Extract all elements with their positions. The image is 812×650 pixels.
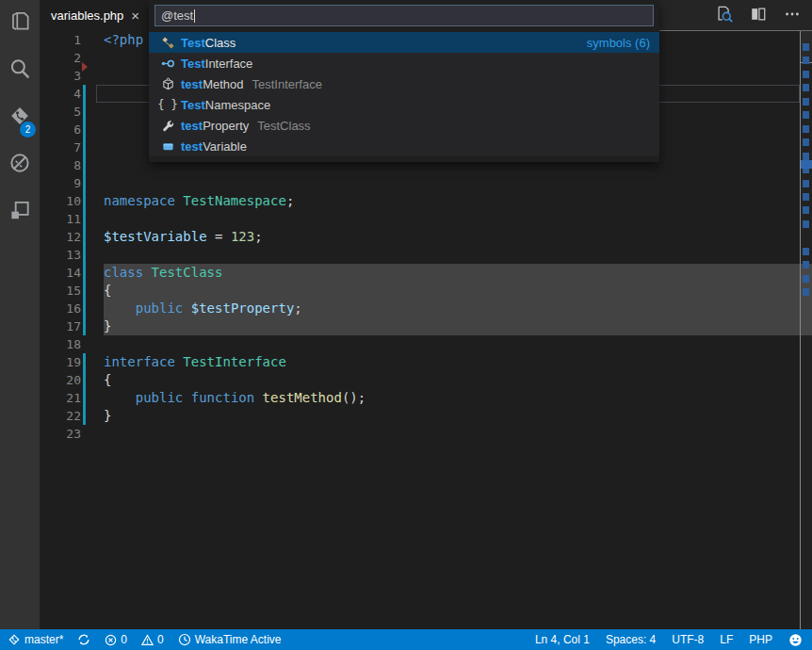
split-editor-icon <box>750 6 767 26</box>
ruler-modified-mark <box>803 248 809 255</box>
status-warnings[interactable]: 0 <box>141 633 164 646</box>
code-line-15[interactable]: 15{ <box>40 282 800 300</box>
code-line-20[interactable]: 20{ <box>40 371 800 389</box>
ruler-modified-mark <box>803 125 809 133</box>
extensions-icon <box>8 198 32 226</box>
code-line-18[interactable]: 18 <box>40 335 800 353</box>
gutter <box>81 389 89 407</box>
status-encoding[interactable]: UTF-8 <box>672 633 704 646</box>
overview-ruler <box>801 31 812 629</box>
line-number: 14 <box>40 264 81 282</box>
status-errors[interactable]: 0 <box>105 633 127 646</box>
files-icon <box>8 9 32 38</box>
symbol-interface-icon <box>160 56 175 71</box>
symbol-namespace-icon: { } <box>160 97 175 112</box>
status-language-mode[interactable]: PHP <box>749 633 772 646</box>
status-git-branch[interactable]: master* <box>8 633 63 646</box>
gutter <box>81 371 89 389</box>
activity-debug[interactable] <box>0 141 40 188</box>
quick-open-item-testVariable[interactable]: testVariable <box>149 136 659 156</box>
close-icon[interactable]: × <box>131 8 139 23</box>
line-number: 3 <box>40 67 81 85</box>
code-text: public function testMethod(); <box>89 389 365 407</box>
code-line-22[interactable]: 22} <box>40 407 800 425</box>
status-bar: master*00WakaTime Active Ln 4, Col 1Spac… <box>0 629 812 650</box>
branch-icon <box>8 633 21 646</box>
code-line-17[interactable]: 17} <box>40 317 800 335</box>
gutter <box>81 67 89 85</box>
status-eol[interactable]: LF <box>720 633 733 646</box>
line-number: 15 <box>40 282 81 300</box>
ruler-modified-mark <box>803 288 809 296</box>
git-modified-indicator <box>83 156 86 174</box>
git-modified-indicator <box>83 228 86 246</box>
status-label: LF <box>720 633 733 646</box>
status-label: Spaces: 4 <box>606 633 656 646</box>
ruler-modified-mark <box>803 57 809 64</box>
git-modified-indicator <box>83 264 86 282</box>
code-line-16[interactable]: 16 public $testProperty; <box>40 300 800 317</box>
status-indentation[interactable]: Spaces: 4 <box>606 633 656 646</box>
git-modified-indicator <box>83 121 86 138</box>
code-line-13[interactable]: 13 <box>40 246 800 264</box>
line-number: 1 <box>40 31 81 49</box>
gutter <box>81 282 89 300</box>
gutter <box>81 246 89 264</box>
line-number: 16 <box>40 300 81 317</box>
activity-explorer[interactable] <box>0 0 40 47</box>
more-actions-button[interactable] <box>782 6 803 26</box>
quick-open-item-TestClass[interactable]: TestClasssymbols (6) <box>149 32 659 53</box>
line-number: 8 <box>40 156 81 174</box>
status-label: 0 <box>121 633 127 646</box>
split-editor-button[interactable] <box>748 6 769 26</box>
quick-open-item-TestNamespace[interactable]: { }TestNamespace <box>149 94 659 115</box>
line-number: 11 <box>40 210 81 228</box>
code-line-11[interactable]: 11 <box>40 210 800 228</box>
code-line-14[interactable]: 14class TestClass <box>40 264 800 282</box>
status-cursor-position[interactable]: Ln 4, Col 1 <box>535 633 590 646</box>
activity-extensions[interactable] <box>0 188 40 236</box>
line-number: 22 <box>40 407 81 425</box>
code-line-10[interactable]: 10namespace TestNamespace; <box>40 192 800 210</box>
ruler-modified-mark <box>803 206 809 214</box>
code-text: <?php <box>89 31 143 49</box>
code-text: } <box>89 407 111 425</box>
code-line-21[interactable]: 21 public function testMethod(); <box>40 389 800 407</box>
git-modified-indicator <box>83 85 86 103</box>
symbol-label: TestNamespace <box>181 98 270 112</box>
line-number: 12 <box>40 228 81 246</box>
gutter <box>81 85 89 103</box>
warning-icon <box>141 634 154 646</box>
quick-open-item-testMethod[interactable]: testMethodTestInterface <box>149 73 659 94</box>
status-feedback[interactable] <box>788 633 803 647</box>
quick-open-input[interactable]: @test <box>154 5 654 26</box>
gutter <box>81 353 89 371</box>
activity-search[interactable] <box>0 47 40 94</box>
git-modified-indicator <box>83 246 86 264</box>
code-line-23[interactable]: 23 <box>40 425 800 443</box>
code-line-12[interactable]: 12$testVariable = 123; <box>40 228 800 246</box>
gutter <box>81 49 89 67</box>
open-preview-button[interactable] <box>714 6 735 26</box>
line-number: 19 <box>40 353 81 371</box>
gutter <box>81 335 89 353</box>
editor-group: variables.php × <box>40 0 812 629</box>
status-sync[interactable] <box>77 633 90 646</box>
quick-open-item-testProperty[interactable]: testPropertyTestClass <box>149 115 659 136</box>
code-text: public $testProperty; <box>89 300 302 317</box>
code-line-9[interactable]: 9 <box>40 174 800 192</box>
gutter <box>81 407 89 425</box>
status-wakatime-status[interactable]: WakaTime Active <box>178 633 282 646</box>
code-text <box>89 67 104 85</box>
ruler-modified-mark <box>803 84 809 91</box>
tab-title: variables.php <box>51 8 123 23</box>
activity-bar: 2 <box>0 0 40 629</box>
activity-source-control[interactable]: 2 <box>0 94 40 141</box>
code-line-19[interactable]: 19interface TestInterface <box>40 353 800 371</box>
line-number: 6 <box>40 121 81 138</box>
line-number: 4 <box>40 85 81 103</box>
tab-variables-php[interactable]: variables.php × <box>40 0 149 31</box>
gutter <box>81 156 89 174</box>
quick-open-item-TestInterface[interactable]: TestInterface <box>149 53 659 73</box>
git-modified-indicator <box>83 317 86 335</box>
